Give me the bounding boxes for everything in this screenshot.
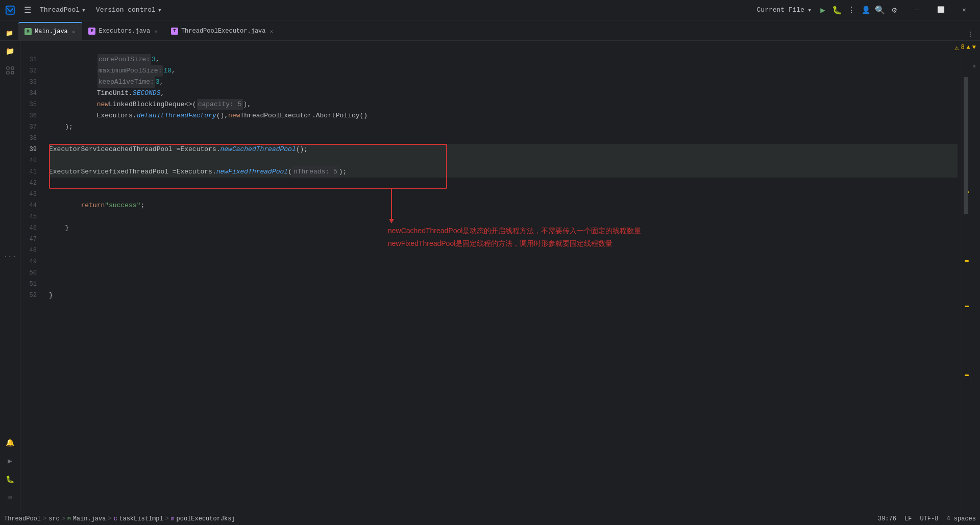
tab-close-main-java[interactable]: ✕ — [71, 28, 77, 36]
tab-icon-main-java: M — [24, 28, 32, 35]
code-line-35: new LinkedBlockingDeque<>( capacity: 5 )… — [49, 99, 958, 110]
minimize-button[interactable]: — — [905, 0, 929, 20]
svg-rect-4 — [7, 71, 9, 74]
maximize-button[interactable]: ⬜ — [929, 0, 952, 20]
code-line-33: keepAliveTime: 3, — [49, 77, 958, 88]
code-line-50 — [49, 267, 958, 279]
code-line-46: } — [49, 222, 958, 234]
tab-threadpoolexecutor-java[interactable]: T ThreadPoolExecutor.java ✕ — [165, 22, 280, 40]
right-tool-1[interactable]: ⊞ — [972, 56, 979, 77]
sidebar-run-icon[interactable]: ▶ — [2, 453, 18, 469]
warning-badge[interactable]: ⚠ 8 ▲ ▼ — [954, 43, 976, 52]
scroll-thumb[interactable] — [964, 77, 968, 214]
vcs-button[interactable]: Version control ▾ — [93, 5, 165, 15]
file-icon: M — [67, 516, 71, 522]
warnings-bar: ⚠ 8 ▲ ▼ — [20, 41, 980, 54]
tab-icon-executors-java: E — [88, 28, 95, 35]
class-icon: C — [114, 516, 117, 522]
code-line-43 — [49, 189, 958, 200]
code-line-51 — [49, 279, 958, 290]
window-controls: — ⬜ ✕ — [905, 0, 976, 20]
svg-rect-2 — [7, 67, 9, 69]
status-bar-left: ThreadPool > src > M Main.java > C taskL… — [4, 515, 872, 522]
code-line-39: ExecutorService cachedThreadPool = Execu… — [49, 144, 958, 155]
tab-icon-threadpoolexecutor-java: T — [171, 28, 178, 35]
scroll-marker-3 — [965, 306, 969, 307]
settings-button[interactable]: ⚙ — [887, 3, 901, 17]
svg-text:⊞: ⊞ — [973, 65, 976, 67]
sidebar-more-icon[interactable]: ··· — [2, 248, 18, 265]
code-line-31: corePoolSize: 3, — [49, 54, 958, 65]
code-line-32: maximumPoolSize: 10, — [49, 65, 958, 77]
code-line-48 — [49, 245, 958, 256]
run-button[interactable]: ▶ — [816, 3, 830, 17]
main-area: 📁 ··· 🔔 ▶ 🐛 ⌨ ⚠ 8 ▲ ▼ — [0, 41, 980, 512]
right-tool-strip: ⊞ — [970, 54, 980, 512]
code-line-41: ExecutorService fixedThreadPool = Execut… — [49, 166, 958, 178]
code-line-37: ); — [49, 121, 958, 133]
tab-executors-java[interactable]: E Executors.java ✕ — [82, 22, 164, 40]
app-logo — [4, 4, 16, 16]
filetree-toggle[interactable]: 📁 — [2, 26, 16, 40]
title-bar: ☰ ThreadPool ▾ Version control ▾ Current… — [0, 0, 980, 20]
scroll-marker-2 — [965, 260, 969, 262]
tab-close-threadpoolexecutor-java[interactable]: ✕ — [269, 27, 275, 36]
code-line-38 — [49, 133, 958, 144]
code-line-52: } — [49, 290, 958, 301]
sidebar-structure-icon[interactable] — [2, 62, 18, 79]
debug-button[interactable]: 🐛 — [830, 3, 844, 17]
editor-area: ⚠ 8 ▲ ▼ 31 32 33 34 35 36 37 38 39 40 41… — [20, 41, 980, 512]
line-ending[interactable]: LF — [904, 515, 912, 522]
code-line-45 — [49, 211, 958, 222]
run-config-selector[interactable]: Current File ▾ — [753, 5, 816, 15]
status-bar-right: 39:76 LF UTF-8 4 spaces — [878, 515, 976, 522]
indent[interactable]: 4 spaces — [946, 515, 976, 522]
breadcrumb[interactable]: ThreadPool > src > M Main.java > C taskL… — [4, 515, 235, 522]
project-title[interactable]: ThreadPool ▾ — [37, 5, 89, 15]
code-line-42 — [49, 178, 958, 189]
left-sidebar: 📁 ··· 🔔 ▶ 🐛 ⌨ — [0, 41, 20, 512]
line-numbers: 31 32 33 34 35 36 37 38 39 40 41 42 43 4… — [20, 54, 45, 512]
code-editor[interactable]: 31 32 33 34 35 36 37 38 39 40 41 42 43 4… — [20, 54, 980, 512]
code-line-36: Executors.defaultThreadFactory(), new Th… — [49, 110, 958, 121]
sidebar-notifications-icon[interactable]: 🔔 — [2, 434, 18, 451]
svg-rect-5 — [11, 71, 14, 74]
more-tabs-button[interactable]: ⋮ — [963, 28, 978, 40]
search-button[interactable]: 🔍 — [873, 3, 887, 17]
more-actions-button[interactable]: ⋮ — [844, 3, 859, 17]
scroll-track[interactable] — [962, 54, 970, 512]
close-button[interactable]: ✕ — [952, 0, 976, 20]
code-line-49 — [49, 256, 958, 267]
tab-main-java[interactable]: M Main.java ✕ — [18, 22, 82, 40]
sidebar-debug-icon[interactable]: 🐛 — [2, 471, 18, 487]
encoding[interactable]: UTF-8 — [920, 515, 938, 522]
code-line-40 — [49, 155, 958, 166]
sidebar-project-icon[interactable]: 📁 — [2, 43, 18, 59]
code-line-44: return "success"; — [49, 200, 958, 211]
code-content[interactable]: corePoolSize: 3, maximumPoolSize: 10, ke… — [45, 54, 962, 512]
svg-rect-3 — [11, 67, 14, 69]
tab-close-executors-java[interactable]: ✕ — [153, 27, 159, 36]
menu-button[interactable]: ☰ — [20, 3, 35, 17]
cursor-position[interactable]: 39:76 — [878, 515, 896, 522]
code-line-47 — [49, 234, 958, 245]
profile-button[interactable]: 👤 — [859, 3, 873, 17]
sidebar-terminal-icon[interactable]: ⌨ — [2, 489, 18, 506]
code-line-34: TimeUnit.SECONDS, — [49, 88, 958, 99]
status-bar: ThreadPool > src > M Main.java > C taskL… — [0, 512, 980, 525]
scroll-marker-4 — [965, 374, 969, 376]
method-icon: m — [171, 516, 175, 522]
tab-bar: 📁 M Main.java ✕ E Executors.java ✕ T Thr… — [0, 20, 980, 41]
